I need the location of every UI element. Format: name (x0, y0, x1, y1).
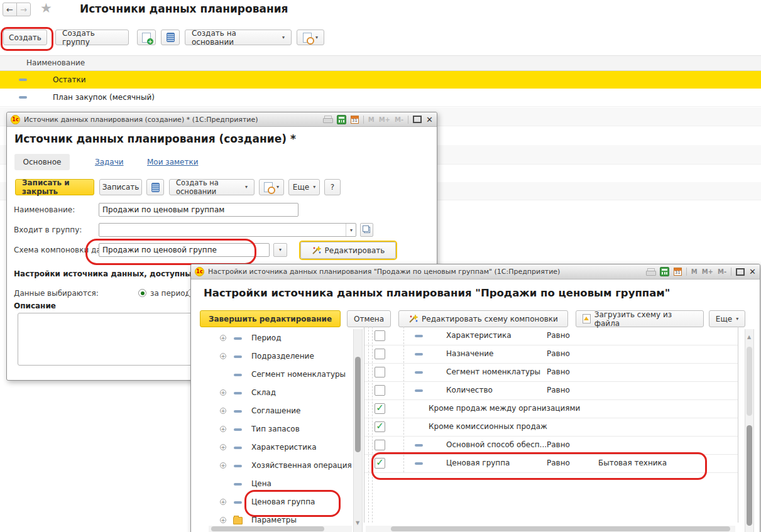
calendar-icon[interactable]: 31 (351, 116, 359, 124)
set-list-button[interactable] (161, 30, 180, 45)
group-open-button[interactable] (360, 223, 373, 237)
tree-item[interactable]: Цена (206, 475, 354, 493)
condition-checkbox[interactable] (375, 349, 385, 359)
expand-icon[interactable]: + (220, 335, 226, 341)
conditions-hscroll-thumb[interactable] (391, 526, 730, 531)
condition-checkbox[interactable]: ✓ (375, 403, 385, 414)
tree-item[interactable]: +Хозяйственная операция (206, 457, 354, 475)
list-item[interactable]: План закупок (месячный) (0, 89, 761, 107)
tree-item[interactable]: +Характеристика (206, 438, 354, 457)
condition-row[interactable]: ✓Кроме комиссионных продаж (364, 418, 738, 437)
maximize-icon[interactable] (413, 116, 422, 123)
condition-checkbox[interactable] (375, 440, 385, 450)
maximize-icon[interactable] (736, 268, 745, 276)
tab-main[interactable]: Основное (14, 154, 70, 170)
report-dropdown-button[interactable]: ▾ (297, 30, 324, 45)
dialog1-titlebar[interactable]: 1с Источник данных планирования (создани… (7, 112, 437, 127)
tree-scroll-thumb[interactable] (355, 357, 361, 452)
memory-mminus-button[interactable]: М- (718, 268, 726, 275)
conditions-scroll-thumb[interactable] (747, 425, 752, 526)
tree-vertical-scrollbar[interactable]: ▼ (353, 329, 363, 532)
tree-hscroll-thumb[interactable] (211, 526, 324, 531)
tree-item[interactable]: +Склад (206, 384, 354, 402)
list-header[interactable]: Наименование (0, 55, 761, 71)
calculator-icon[interactable] (660, 267, 669, 276)
save-and-close-button[interactable]: Записать и закрыть (15, 179, 94, 195)
data-select-label: Данные выбираются: (14, 289, 99, 298)
help-button[interactable]: ? (324, 179, 341, 195)
expand-icon[interactable]: + (220, 517, 226, 523)
tree-item[interactable]: +Подразделение (206, 347, 354, 366)
tree-item[interactable]: +Соглашение (206, 402, 354, 420)
edit-composition-scheme-button[interactable]: Редактировать схему компоновки (398, 310, 568, 327)
expand-icon[interactable]: + (220, 499, 226, 505)
cancel-button[interactable]: Отмена (347, 310, 391, 327)
conditions-vertical-scrollbar[interactable]: ▲ (745, 329, 754, 532)
create-based-on-button[interactable]: Создать на основании ▾ (185, 30, 292, 45)
radio-period[interactable] (138, 289, 146, 297)
create-group-button[interactable]: Создать группу (55, 30, 129, 45)
print-icon[interactable] (646, 268, 655, 276)
finish-editing-button[interactable]: Завершить редактирование (200, 310, 341, 327)
condition-checkbox[interactable] (375, 330, 385, 341)
tree-item[interactable]: +Тип запасов (206, 420, 354, 438)
tree-horizontal-scrollbar[interactable] (209, 526, 352, 532)
condition-checkbox[interactable] (375, 367, 385, 377)
calculator-icon[interactable] (337, 115, 346, 124)
expand-icon[interactable]: + (220, 426, 226, 432)
conditions-horizontal-scrollbar[interactable] (366, 526, 735, 532)
back-button[interactable]: ← (3, 3, 17, 16)
expand-icon[interactable]: + (220, 462, 226, 469)
memory-mplus-button[interactable]: М+ (379, 116, 390, 123)
create-copy-button[interactable] (137, 30, 156, 45)
calendar-icon[interactable]: 31 (674, 268, 682, 276)
condition-checkbox[interactable]: ✓ (375, 421, 385, 432)
scheme-field[interactable] (99, 243, 270, 257)
tree-item[interactable]: Сегмент номенклатуры (206, 366, 354, 384)
memory-mplus-button[interactable]: М+ (702, 268, 713, 275)
memory-m-button[interactable]: М (691, 268, 698, 275)
print-icon[interactable] (323, 116, 332, 123)
condition-row[interactable]: КоличествоРавно (364, 381, 738, 400)
more-button[interactable]: Еще ▾ (288, 179, 320, 195)
condition-row[interactable]: ХарактеристикаРавно (364, 327, 738, 345)
expand-icon[interactable]: + (220, 389, 226, 396)
scroll-down-icon[interactable]: ▼ (356, 520, 359, 526)
edit-scheme-button[interactable]: Редактировать (300, 242, 396, 259)
expand-icon[interactable]: + (220, 353, 226, 359)
favorite-star-icon[interactable]: ★ (40, 1, 52, 16)
condition-checkbox[interactable] (375, 385, 385, 396)
condition-row[interactable]: НазначениеРавно (364, 345, 738, 364)
scheme-dropdown-button[interactable]: ▾ (273, 243, 287, 257)
group-dropdown-arrow[interactable]: ▾ (346, 224, 356, 236)
close-icon[interactable]: ✕ (426, 115, 433, 124)
group-field[interactable] (99, 223, 356, 237)
set-list-button[interactable] (146, 179, 164, 195)
expand-icon[interactable]: + (220, 444, 226, 450)
more-button[interactable]: Еще ▾ (709, 310, 745, 327)
dialog2-titlebar[interactable]: 1с Настройки источника данных планирован… (191, 264, 760, 280)
forward-button[interactable]: → (16, 3, 31, 16)
scroll-up-icon[interactable]: ▲ (747, 334, 751, 340)
condition-row[interactable]: ✓Ценовая группаРавноБытовая техника (364, 454, 738, 473)
load-scheme-button[interactable]: Загрузить схему из файла (576, 310, 704, 327)
tab-notes[interactable]: Мои заметки (147, 158, 199, 166)
save-button[interactable]: Записать (99, 179, 142, 195)
create-button[interactable]: Создать (3, 30, 47, 45)
tree-item[interactable]: +Ценовая группа (206, 493, 354, 511)
tab-tasks[interactable]: Задачи (95, 158, 124, 166)
memory-m-button[interactable]: М (368, 116, 375, 123)
name-field[interactable] (99, 203, 298, 217)
condition-row[interactable]: ✓Кроме продаж между организациями (364, 399, 738, 418)
condition-row[interactable]: Основной способ обесп...Равно (364, 436, 738, 455)
condition-checkbox[interactable]: ✓ (375, 458, 385, 469)
radio-period-label[interactable]: за период (150, 289, 190, 298)
memory-mminus-button[interactable]: М- (395, 116, 403, 123)
create-based-on-button[interactable]: Создать на основании ▾ (169, 179, 255, 195)
condition-row[interactable]: Сегмент номенклатурыРавно (364, 363, 738, 382)
report-dropdown-button[interactable]: ▾ (259, 179, 284, 195)
list-item[interactable]: Остатки (0, 71, 761, 89)
tree-item[interactable]: +Период (206, 329, 354, 347)
expand-icon[interactable]: + (220, 408, 226, 414)
close-icon[interactable]: ✕ (749, 267, 756, 276)
